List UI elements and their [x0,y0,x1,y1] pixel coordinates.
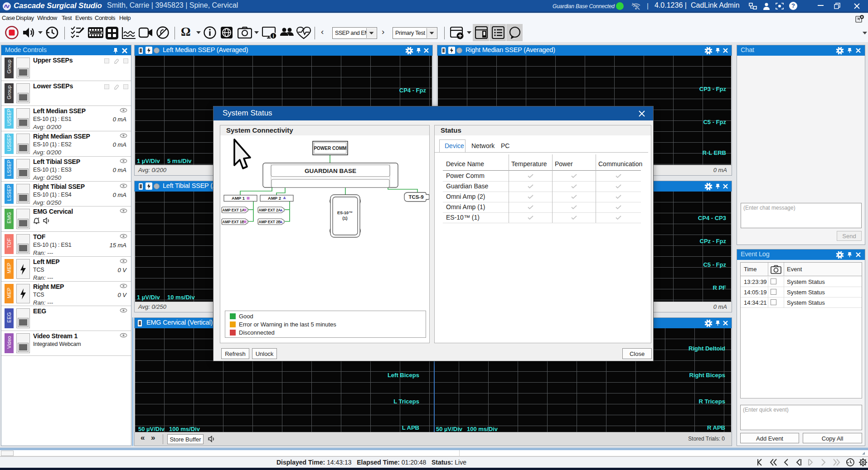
svg-text:ES-10™: ES-10™ [337,211,353,215]
svg-text:GUARDIAN BASE: GUARDIAN BASE [305,168,356,174]
svg-text:TCS-9: TCS-9 [408,194,423,200]
svg-text:(1): (1) [343,216,348,221]
svg-text:AMP 1: AMP 1 [232,196,245,201]
svg-text:AMP 2: AMP 2 [268,196,281,201]
svg-text:POWER COMM: POWER COMM [314,146,346,151]
svg-text:AMP EXT 2B: AMP EXT 2B [259,220,281,224]
svg-text:i: i [272,33,274,38]
svg-text:AMP EXT 2A: AMP EXT 2A [259,208,281,212]
svg-text:AMP EXT 1B: AMP EXT 1B [223,220,245,224]
svg-text:AMP EXT 1A: AMP EXT 1A [223,208,245,212]
